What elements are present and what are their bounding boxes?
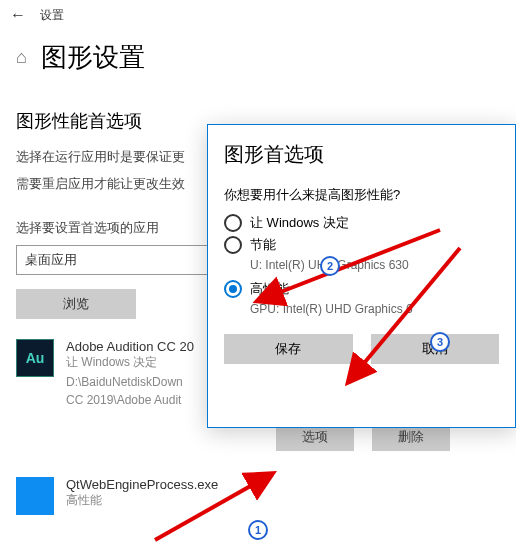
save-button[interactable]: 保存 xyxy=(224,334,353,364)
dialog-title: 图形首选项 xyxy=(224,141,499,168)
radio-icon[interactable] xyxy=(224,236,242,254)
radio-icon[interactable] xyxy=(224,280,242,298)
app-icon-qtwebengine xyxy=(16,477,54,515)
app-icon-audition: Au xyxy=(16,339,54,377)
annotation-badge-2: 2 xyxy=(320,256,340,276)
app-path: CC 2019\Adobe Audit xyxy=(66,393,194,407)
topbar-label: 设置 xyxy=(40,7,64,24)
annotation-badge-3: 3 xyxy=(430,332,450,352)
app-pref: 让 Windows 决定 xyxy=(66,354,194,371)
option-power-saving-gpu: U: Intel(R) UHD Graphics 630 xyxy=(250,258,499,272)
app-pref: 高性能 xyxy=(66,492,218,509)
back-icon[interactable]: ← xyxy=(10,6,26,24)
page-title: 图形设置 xyxy=(41,40,145,75)
select-value: 桌面应用 xyxy=(25,251,77,269)
option-power-saving[interactable]: 节能 xyxy=(224,236,499,254)
option-high-performance-gpu: GPU: Intel(R) UHD Graphics 6 xyxy=(250,302,499,316)
option-windows-decide[interactable]: 让 Windows 决定 xyxy=(224,214,499,232)
graphics-preference-dialog: 图形首选项 你想要用什么来提高图形性能? 让 Windows 决定 节能 U: … xyxy=(207,124,516,428)
dialog-question: 你想要用什么来提高图形性能? xyxy=(224,186,499,204)
home-icon[interactable]: ⌂ xyxy=(16,47,27,68)
radio-icon[interactable] xyxy=(224,214,242,232)
app-name: Adobe Audition CC 20 xyxy=(66,339,194,354)
annotation-badge-1: 1 xyxy=(248,520,268,540)
option-high-performance[interactable]: 高性能 xyxy=(224,280,499,298)
app-name: QtWebEngineProcess.exe xyxy=(66,477,218,492)
app-path: D:\BaiduNetdiskDown xyxy=(66,375,194,389)
app-item[interactable]: QtWebEngineProcess.exe 高性能 xyxy=(16,477,500,515)
browse-button[interactable]: 浏览 xyxy=(16,289,136,319)
